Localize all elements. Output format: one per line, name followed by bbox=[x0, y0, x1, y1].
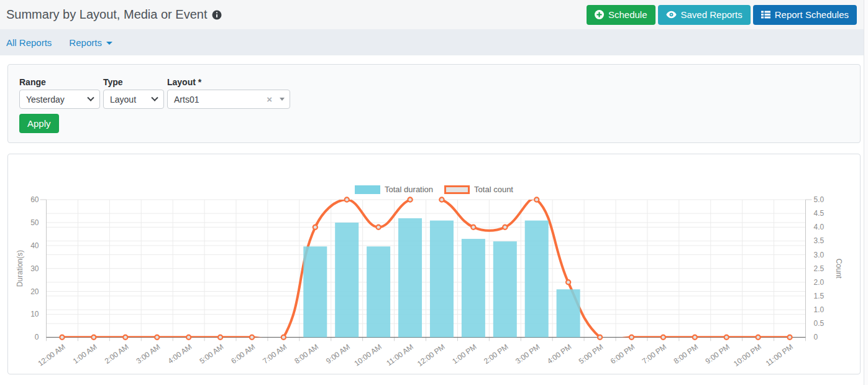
duration-bar bbox=[335, 223, 359, 337]
nav-reports-dropdown[interactable]: Reports bbox=[69, 37, 112, 48]
saved-reports-button[interactable]: Saved Reports bbox=[658, 5, 751, 25]
page-title: Summary by Layout, Media or Event bbox=[6, 7, 222, 22]
svg-text:30: 30 bbox=[30, 264, 39, 273]
nav-all-reports-label: All Reports bbox=[6, 37, 52, 48]
svg-text:4:00 PM: 4:00 PM bbox=[546, 342, 573, 366]
count-point bbox=[598, 335, 602, 340]
svg-text:5:00 AM: 5:00 AM bbox=[198, 342, 225, 365]
chevron-down-icon bbox=[106, 42, 112, 45]
layout-value: Arts01 bbox=[174, 95, 267, 104]
range-field: Range Yesterday bbox=[19, 77, 100, 109]
svg-text:1:00 PM: 1:00 PM bbox=[450, 342, 478, 366]
scrollbar[interactable] bbox=[864, 0, 868, 385]
svg-text:11:00 PM: 11:00 PM bbox=[764, 342, 795, 368]
count-point bbox=[693, 335, 697, 340]
svg-text:7:00 PM: 7:00 PM bbox=[641, 342, 668, 366]
count-point bbox=[471, 225, 475, 230]
svg-text:6:00 AM: 6:00 AM bbox=[229, 342, 257, 365]
svg-text:6:00 PM: 6:00 PM bbox=[609, 342, 636, 366]
svg-text:10:00 AM: 10:00 AM bbox=[353, 342, 383, 368]
svg-text:12:00 AM: 12:00 AM bbox=[36, 342, 66, 368]
svg-text:8:00 AM: 8:00 AM bbox=[293, 342, 320, 365]
count-point bbox=[218, 335, 222, 340]
svg-text:60: 60 bbox=[30, 195, 39, 204]
svg-text:8:00 PM: 8:00 PM bbox=[672, 342, 700, 366]
chart-panel: 010203040506000.51.01.52.02.53.03.54.04.… bbox=[7, 154, 861, 374]
svg-text:11:00 AM: 11:00 AM bbox=[385, 342, 415, 368]
nav-all-reports[interactable]: All Reports bbox=[6, 37, 52, 48]
schedule-button-label: Schedule bbox=[608, 9, 647, 20]
count-point bbox=[123, 335, 127, 340]
count-point bbox=[756, 335, 761, 340]
legend-count-label: Total count bbox=[474, 185, 513, 194]
apply-button[interactable]: Apply bbox=[19, 114, 59, 133]
svg-text:5.0: 5.0 bbox=[814, 195, 825, 204]
svg-text:3.0: 3.0 bbox=[814, 251, 825, 259]
layout-select[interactable]: Arts01 × bbox=[167, 90, 290, 109]
chart-legend: Total duration Total count bbox=[8, 185, 860, 194]
type-select[interactable]: Layout bbox=[103, 90, 164, 109]
legend-item-total-count[interactable]: Total count bbox=[444, 185, 513, 194]
count-point bbox=[724, 335, 729, 340]
layout-field: Layout * Arts01 × bbox=[167, 77, 290, 109]
page-title-text: Summary by Layout, Media or Event bbox=[6, 7, 207, 22]
chevron-down-icon bbox=[87, 94, 94, 101]
svg-text:10: 10 bbox=[30, 310, 39, 318]
topbar-buttons: Schedule Saved Reports Report Schedule bbox=[587, 5, 857, 25]
svg-text:5:00 PM: 5:00 PM bbox=[577, 342, 605, 366]
svg-text:3:00 AM: 3:00 AM bbox=[135, 342, 162, 365]
plus-circle-icon bbox=[595, 10, 604, 19]
range-select[interactable]: Yesterday bbox=[19, 90, 100, 109]
count-point bbox=[503, 225, 507, 230]
count-point bbox=[250, 335, 254, 340]
duration-bar bbox=[557, 289, 580, 337]
count-point bbox=[60, 335, 64, 340]
svg-text:10:00 PM: 10:00 PM bbox=[732, 342, 763, 368]
count-point bbox=[629, 335, 634, 340]
duration-bar bbox=[462, 239, 485, 337]
svg-text:3:00 PM: 3:00 PM bbox=[514, 342, 541, 366]
count-point bbox=[281, 335, 286, 340]
list-icon bbox=[761, 11, 770, 19]
saved-reports-button-label: Saved Reports bbox=[681, 9, 742, 20]
count-point bbox=[313, 225, 318, 230]
legend-item-total-duration[interactable]: Total duration bbox=[355, 185, 433, 194]
svg-text:12:00 PM: 12:00 PM bbox=[416, 342, 447, 368]
nav-reports-label: Reports bbox=[69, 37, 102, 48]
svg-text:3.5: 3.5 bbox=[814, 236, 825, 245]
svg-text:0: 0 bbox=[35, 333, 39, 341]
duration-bar bbox=[398, 218, 422, 337]
svg-text:1.0: 1.0 bbox=[814, 305, 825, 314]
count-point bbox=[661, 335, 665, 340]
type-field: Type Layout bbox=[103, 77, 164, 109]
count-point bbox=[566, 280, 570, 284]
svg-text:Duration(s): Duration(s) bbox=[16, 250, 25, 287]
svg-text:Count: Count bbox=[834, 259, 843, 279]
range-value: Yesterday bbox=[26, 95, 88, 104]
svg-text:0: 0 bbox=[814, 333, 818, 341]
topbar: Summary by Layout, Media or Event Schedu… bbox=[0, 0, 868, 29]
report-schedules-button-label: Report Schedules bbox=[775, 9, 849, 20]
svg-text:7:00 AM: 7:00 AM bbox=[261, 342, 288, 365]
layout-label: Layout * bbox=[167, 77, 290, 87]
count-point bbox=[155, 335, 159, 340]
type-label: Type bbox=[103, 77, 164, 87]
duration-swatch bbox=[355, 185, 380, 194]
schedule-button[interactable]: Schedule bbox=[587, 5, 656, 25]
info-icon[interactable] bbox=[212, 10, 222, 20]
svg-text:4.0: 4.0 bbox=[814, 223, 825, 231]
reports-navbar: All Reports Reports bbox=[0, 29, 868, 55]
duration-bar bbox=[525, 221, 549, 338]
svg-text:4.5: 4.5 bbox=[814, 209, 825, 218]
chevron-down-icon bbox=[151, 94, 158, 101]
svg-text:20: 20 bbox=[30, 287, 39, 296]
count-point bbox=[345, 197, 349, 202]
svg-text:1:00 AM: 1:00 AM bbox=[71, 342, 99, 365]
clear-icon[interactable]: × bbox=[267, 94, 272, 104]
svg-text:40: 40 bbox=[30, 241, 39, 250]
duration-bar bbox=[430, 221, 454, 338]
report-schedules-button[interactable]: Report Schedules bbox=[753, 5, 857, 25]
eye-icon bbox=[666, 11, 677, 19]
type-value: Layout bbox=[110, 95, 152, 104]
svg-text:1.5: 1.5 bbox=[814, 292, 825, 300]
